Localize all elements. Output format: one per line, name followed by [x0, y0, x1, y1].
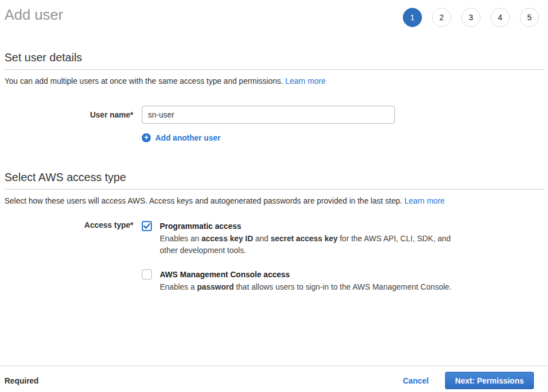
desc-bold: password: [197, 282, 233, 291]
section-divider: [5, 69, 543, 70]
step-4-label: 4: [498, 13, 502, 22]
step-5-indicator: 5: [520, 8, 539, 27]
step-2-label: 2: [439, 13, 444, 22]
section-divider: [5, 189, 543, 190]
access-type-label: Access type*: [5, 220, 133, 293]
step-1-label: 1: [410, 13, 415, 22]
console-access-checkbox[interactable]: [142, 269, 152, 280]
desc-text: and: [253, 234, 271, 243]
page-header: Add user 1 2 3 4 5: [0, 0, 548, 27]
step-3-indicator: 3: [461, 8, 480, 27]
add-another-user-link[interactable]: + Add another user: [142, 133, 221, 142]
user-details-description-text: You can add multiple users at once with …: [5, 76, 285, 85]
console-access-option: AWS Management Console access Enables a …: [142, 269, 458, 293]
step-1-indicator: 1: [403, 8, 422, 27]
console-access-title: AWS Management Console access: [160, 269, 452, 280]
console-access-desc: Enables a password that allows users to …: [160, 281, 452, 293]
desc-text: Enables a: [160, 282, 197, 291]
step-indicator: 1 2 3 4 5: [403, 7, 539, 27]
desc-text: Enables an: [160, 234, 201, 243]
programmatic-access-checkbox[interactable]: [142, 221, 152, 231]
section-user-details: Set user details You can add multiple us…: [0, 51, 548, 142]
required-note: Required: [5, 376, 39, 385]
programmatic-access-title: Programmatic access: [160, 220, 458, 232]
add-another-user-row: + Add another user: [5, 133, 543, 142]
step-4-indicator: 4: [491, 8, 510, 27]
wizard-footer: Required Cancel Next: Permissions: [0, 366, 548, 392]
desc-bold: secret access key: [271, 234, 338, 243]
plus-icon: +: [142, 133, 151, 142]
programmatic-access-desc: Enables an access key ID and secret acce…: [160, 233, 458, 256]
section-access-type: Select AWS access type Select how these …: [0, 170, 548, 293]
next-permissions-button[interactable]: Next: Permissions: [445, 372, 534, 389]
desc-bold: access key ID: [201, 234, 253, 243]
cancel-link[interactable]: Cancel: [403, 376, 429, 385]
access-type-description: Select how these users will access AWS. …: [5, 196, 543, 205]
spacer-label: [5, 133, 133, 142]
user-name-row: User name*: [5, 106, 543, 124]
desc-text: that allows users to sign-in to the AWS …: [234, 282, 452, 291]
step-3-label: 3: [469, 13, 473, 22]
programmatic-access-option: Programmatic access Enables an access ke…: [142, 220, 458, 256]
step-5-label: 5: [527, 13, 532, 22]
learn-more-link-user-details[interactable]: Learn more: [285, 76, 326, 85]
learn-more-link-access-type[interactable]: Learn more: [405, 196, 445, 205]
access-type-row: Access type* Programmatic access Enables…: [5, 220, 543, 293]
page-title: Add user: [5, 7, 63, 23]
user-name-field[interactable]: [142, 106, 395, 124]
user-name-label: User name*: [5, 106, 133, 124]
step-2-indicator: 2: [432, 8, 451, 27]
access-type-heading: Select AWS access type: [5, 170, 543, 184]
access-type-description-text: Select how these users will access AWS. …: [5, 196, 405, 205]
add-user-page: Add user 1 2 3 4 5 Set user details You …: [0, 0, 548, 392]
user-details-description: You can add multiple users at once with …: [5, 76, 543, 85]
add-another-user-label: Add another user: [155, 133, 221, 142]
checkmark-icon: [143, 223, 150, 229]
user-details-heading: Set user details: [5, 51, 543, 64]
